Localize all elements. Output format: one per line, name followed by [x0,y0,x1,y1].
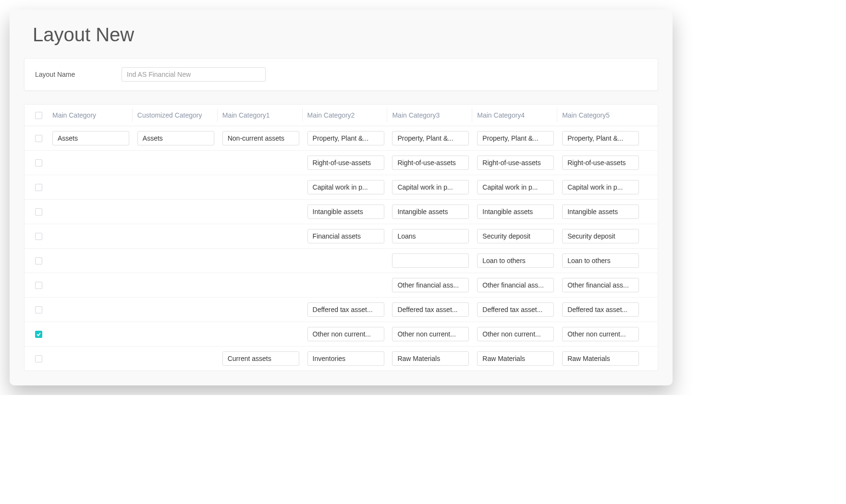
cell-input[interactable]: Capital work in p... [392,180,469,194]
cell: Deffered tax asset... [477,302,562,317]
cell: Property, Plant &... [562,131,647,145]
cell-input[interactable]: Property, Plant &... [392,131,469,145]
cell: Other non current... [477,327,562,341]
cell-input[interactable]: Other financial ass... [392,278,469,292]
cell-input[interactable]: Property, Plant &... [307,131,384,145]
cell: Raw Materials [477,351,562,366]
cell-input[interactable]: Loan to others [477,253,554,268]
cell: Security deposit [562,229,647,243]
cell: Deffered tax asset... [307,302,392,317]
table-row: Financial assetsLoansSecurity depositSec… [25,224,658,249]
row-checkbox[interactable] [35,233,42,240]
cell-input[interactable]: Intangible assets [392,204,469,219]
cell-input[interactable]: Deffered tax asset... [392,302,469,317]
table-body: AssetsAssetsNon-current assetsProperty, … [25,126,658,371]
cell: Right-of-use-assets [562,156,647,170]
table-row: Intangible assetsIntangible assetsIntang… [25,200,658,224]
cell: Loan to others [562,253,647,268]
row-checkbox[interactable] [35,135,42,142]
table-row: Other financial ass...Other financial as… [25,273,658,298]
cell: Deffered tax asset... [392,302,477,317]
cell: Other financial ass... [562,278,647,292]
cell-input[interactable]: Capital work in p... [477,180,554,194]
category-table: Main Category Customized Category Main C… [24,104,658,371]
cell-input[interactable]: Raw Materials [392,351,469,366]
cell-input[interactable]: Right-of-use-assets [307,156,384,170]
cell-input[interactable]: Other non current... [307,327,384,341]
cell-input[interactable]: Security deposit [477,229,554,243]
cell: Right-of-use-assets [477,156,562,170]
cell-input[interactable]: Security deposit [562,229,639,243]
table-header-row: Main Category Customized Category Main C… [25,105,658,126]
cell: Right-of-use-assets [307,156,392,170]
cell-input[interactable]: Raw Materials [562,351,639,366]
cell: Intangible assets [307,204,392,219]
cell-input[interactable]: Assets [52,131,129,145]
col-main-category3: Main Category3 [392,111,477,119]
cell-input[interactable]: Capital work in p... [307,180,384,194]
table-row: AssetsAssetsNon-current assetsProperty, … [25,126,658,151]
cell: Current assets [222,351,307,366]
cell-input[interactable]: Intangible assets [307,204,384,219]
table-row: Other non current...Other non current...… [25,322,658,347]
col-main-category2: Main Category2 [307,111,392,119]
cell: Other financial ass... [477,278,562,292]
cell-input[interactable]: Assets [137,131,214,145]
row-checkbox[interactable] [35,208,42,216]
cell-input[interactable]: Right-of-use-assets [562,156,639,170]
select-all-checkbox[interactable] [35,112,42,119]
layout-name-input[interactable] [122,67,266,82]
cell: Capital work in p... [392,180,477,194]
cell-input[interactable]: Raw Materials [477,351,554,366]
page-title: Layout New [33,24,658,46]
row-checkbox[interactable] [35,257,42,264]
row-checkbox[interactable] [35,355,42,362]
layout-name-label: Layout Name [35,71,122,78]
cell-input[interactable]: Non-current assets [222,131,299,145]
row-checkbox[interactable] [35,331,42,338]
cell-input[interactable]: Loan to others [562,253,639,268]
col-customized-category: Customized Category [137,111,222,119]
cell: Non-current assets [222,131,307,145]
cell-input[interactable]: Other financial ass... [562,278,639,292]
cell-input[interactable] [392,253,469,268]
cell-input[interactable]: Financial assets [307,229,384,243]
cell: Raw Materials [392,351,477,366]
cell: Financial assets [307,229,392,243]
cell-input[interactable]: Right-of-use-assets [477,156,554,170]
cell-input[interactable]: Other non current... [477,327,554,341]
cell: Assets [52,131,137,145]
cell-input[interactable]: Current assets [222,351,299,366]
cell-input[interactable]: Capital work in p... [562,180,639,194]
row-checkbox[interactable] [35,306,42,313]
cell: Capital work in p... [307,180,392,194]
cell-input[interactable]: Intangible assets [477,204,554,219]
cell-input[interactable]: Deffered tax asset... [562,302,639,317]
row-checkbox[interactable] [35,159,42,167]
table-row: Right-of-use-assetsRight-of-use-assetsRi… [25,151,658,175]
cell-input[interactable]: Right-of-use-assets [392,156,469,170]
cell-input[interactable]: Other non current... [562,327,639,341]
row-checkbox[interactable] [35,184,42,191]
cell-input[interactable]: Other financial ass... [477,278,554,292]
table-row: Current assetsInventoriesRaw MaterialsRa… [25,347,658,371]
cell-input[interactable]: Intangible assets [562,204,639,219]
layout-card: Layout New Layout Name Main Category Cus… [10,10,673,385]
cell-input[interactable]: Deffered tax asset... [477,302,554,317]
col-main-category5: Main Category5 [562,111,647,119]
cell-input[interactable]: Loans [392,229,469,243]
row-checkbox[interactable] [35,282,42,289]
cell-input[interactable]: Other non current... [392,327,469,341]
col-main-category: Main Category [52,111,137,119]
cell: Intangible assets [477,204,562,219]
cell-input[interactable]: Property, Plant &... [562,131,639,145]
cell: Deffered tax asset... [562,302,647,317]
table-row: Capital work in p...Capital work in p...… [25,175,658,200]
cell: Assets [137,131,222,145]
cell-input[interactable]: Property, Plant &... [477,131,554,145]
cell: Property, Plant &... [477,131,562,145]
cell-input[interactable]: Inventories [307,351,384,366]
cell-input[interactable]: Deffered tax asset... [307,302,384,317]
cell: Loan to others [477,253,562,268]
cell: Other non current... [562,327,647,341]
